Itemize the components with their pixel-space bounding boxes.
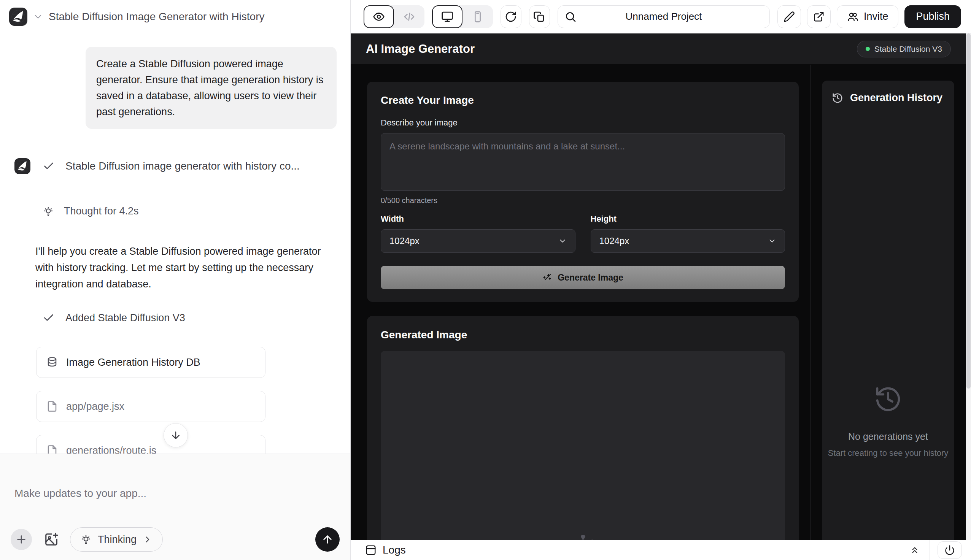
- assistant-paragraph: I'll help you create a Stable Diffusion …: [35, 243, 336, 292]
- power-button[interactable]: [938, 542, 962, 559]
- height-select[interactable]: 1024px: [591, 229, 786, 253]
- code-mode-button[interactable]: [394, 5, 424, 28]
- user-message-bubble: Create a Stable Diffusion powered image …: [85, 47, 337, 129]
- logs-label: Logs: [383, 544, 406, 556]
- lightbulb-icon: [80, 534, 92, 545]
- invite-label: Invite: [864, 11, 888, 22]
- app-title: AI Image Generator: [366, 42, 475, 56]
- thought-row[interactable]: Thought for 4.2s: [43, 205, 139, 217]
- width-select[interactable]: 1024px: [381, 229, 576, 253]
- prompt-textarea[interactable]: [381, 133, 785, 191]
- refresh-button[interactable]: [501, 5, 521, 28]
- desktop-view-button[interactable]: [432, 5, 462, 28]
- add-attachment-button[interactable]: [11, 529, 32, 550]
- scrollbar-thumb[interactable]: [966, 33, 971, 388]
- logs-controls: [900, 540, 962, 560]
- invite-button[interactable]: Invite: [837, 5, 899, 28]
- app-header: AI Image Generator Stable Diffusion V3: [351, 33, 966, 65]
- create-image-card: Create Your Image Describe your image 0/…: [367, 82, 799, 302]
- code-icon: [403, 11, 415, 23]
- history-empty-subtitle: Start creating to see your history: [822, 448, 954, 458]
- add-image-button[interactable]: [44, 532, 58, 547]
- external-link-icon: [813, 11, 824, 22]
- smartphone-icon: [472, 11, 484, 23]
- image-plus-icon: [44, 532, 58, 547]
- generation-history-card: Generation History No generations yet St…: [822, 81, 954, 540]
- generated-card-title: Generated Image: [381, 329, 785, 341]
- added-step-label: Added Stable Diffusion V3: [65, 312, 185, 324]
- device-toggle: [432, 5, 493, 28]
- width-value: 1024px: [389, 236, 419, 247]
- chevrons-up-icon: [910, 545, 920, 555]
- generated-image-card: Generated Image Your generated ima: [367, 316, 799, 540]
- artifact-card-file[interactable]: app/page.jsx: [36, 391, 265, 422]
- scroll-to-bottom-button[interactable]: [164, 423, 188, 447]
- file-icon: [47, 401, 58, 412]
- logs-panel-icon: [365, 544, 377, 556]
- project-title: Stable Diffusion Image Generator with Hi…: [49, 11, 265, 23]
- chevron-down-icon[interactable]: [33, 12, 43, 22]
- mobile-view-button[interactable]: [462, 5, 493, 28]
- arrow-down-icon: [170, 430, 182, 441]
- copy-button[interactable]: [529, 5, 550, 28]
- wand-sparkles-icon: [542, 273, 552, 282]
- logs-bar: Logs: [351, 540, 971, 560]
- project-name-field: [557, 5, 770, 28]
- composer[interactable]: Make updates to your app...: [0, 453, 350, 560]
- artifact-label: Image Generation History DB: [66, 357, 200, 368]
- expand-logs-button[interactable]: [900, 545, 929, 555]
- project-name-input[interactable]: [557, 5, 770, 28]
- history-icon: [832, 92, 843, 104]
- composer-toolbar: Thinking: [11, 527, 340, 552]
- added-step-row: Added Stable Diffusion V3: [43, 312, 185, 324]
- lightbulb-icon: [43, 206, 54, 217]
- thinking-mode-button[interactable]: Thinking: [70, 527, 163, 552]
- power-icon: [944, 545, 955, 555]
- preview-region: AI Image Generator Stable Diffusion V3 C…: [351, 33, 971, 540]
- height-value: 1024px: [599, 236, 629, 247]
- eye-icon: [373, 11, 385, 23]
- thinking-label: Thinking: [98, 534, 137, 545]
- history-empty-title: No generations yet: [822, 431, 954, 442]
- app-main-column: Create Your Image Describe your image 0/…: [351, 65, 811, 540]
- chat-panel: Stable Diffusion Image Generator with Hi…: [0, 0, 351, 560]
- preview-scrollbar[interactable]: [966, 33, 971, 540]
- status-dot: [866, 47, 870, 51]
- database-icon: [47, 357, 58, 368]
- height-label: Height: [591, 214, 786, 224]
- send-button[interactable]: [315, 527, 340, 552]
- artifact-label: generations/route.js: [66, 445, 156, 454]
- history-title: Generation History: [850, 92, 943, 104]
- logs-toggle[interactable]: Logs: [365, 544, 406, 556]
- rename-button[interactable]: [777, 5, 801, 28]
- workspace-panel: Invite Publish AI Image Generator Stable…: [351, 0, 971, 560]
- history-empty-state: No generations yet Start creating to see…: [822, 385, 954, 458]
- artifact-card-file[interactable]: generations/route.js: [36, 435, 265, 453]
- dimensions-row: Width 1024px Height: [381, 214, 785, 253]
- app-body: Create Your Image Describe your image 0/…: [351, 65, 966, 540]
- check-icon: [43, 312, 55, 324]
- publish-button[interactable]: Publish: [904, 5, 961, 28]
- divider: [929, 540, 930, 560]
- pencil-icon: [784, 11, 795, 22]
- describe-label: Describe your image: [381, 118, 785, 128]
- app-logo[interactable]: [9, 8, 27, 26]
- generate-label: Generate Image: [557, 273, 623, 283]
- history-icon: [822, 385, 954, 413]
- plus-icon: [15, 533, 27, 545]
- monitor-icon: [441, 11, 453, 23]
- open-external-button[interactable]: [807, 5, 831, 28]
- copy-icon: [533, 11, 546, 23]
- preview-mode-button[interactable]: [364, 5, 394, 28]
- generate-image-button[interactable]: Generate Image: [381, 266, 785, 289]
- width-label: Width: [381, 214, 576, 224]
- preview-toolbar: Invite Publish: [351, 0, 971, 33]
- chevron-down-icon: [558, 237, 567, 245]
- check-icon: [43, 160, 55, 172]
- app-root: Stable Diffusion Image Generator with Hi…: [0, 0, 971, 560]
- composer-input[interactable]: Make updates to your app...: [15, 487, 147, 500]
- file-icon: [47, 445, 58, 453]
- assistant-status-row[interactable]: Stable Diffusion image generator with hi…: [15, 158, 300, 174]
- create-card-title: Create Your Image: [381, 94, 785, 107]
- artifact-card-database[interactable]: Image Generation History DB: [36, 347, 265, 378]
